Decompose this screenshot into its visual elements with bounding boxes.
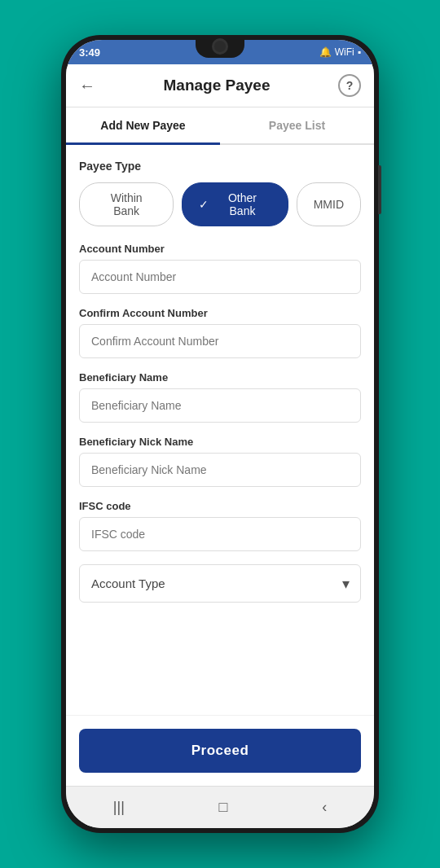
account-type-group: Account Type Savings Current Salary NRE … xyxy=(79,564,361,603)
nav-recent-icon[interactable]: ||| xyxy=(113,799,125,816)
camera-dot xyxy=(212,38,228,55)
status-icons: 🔔 WiFi ▪ xyxy=(319,46,361,58)
help-button[interactable]: ? xyxy=(338,74,361,97)
nav-back-icon[interactable]: ‹ xyxy=(322,799,327,816)
wifi-icon: WiFi xyxy=(335,46,354,58)
page-title: Manage Payee xyxy=(164,77,271,94)
payee-type-group: Payee Type Within Bank ✓ Other Bank MMID xyxy=(79,160,361,226)
status-time: 3:49 xyxy=(79,46,100,59)
check-icon: ✓ xyxy=(199,198,209,211)
account-type-select[interactable]: Account Type Savings Current Salary NRE … xyxy=(79,564,361,603)
account-number-input[interactable] xyxy=(79,260,361,294)
phone-screen: 3:49 🔔 WiFi ▪ ← Manage Payee ? Add New P… xyxy=(66,40,374,828)
tab-bar: Add New Payee Payee List xyxy=(66,107,374,145)
confirm-account-number-label: Confirm Account Number xyxy=(79,307,361,319)
confirm-account-number-group: Confirm Account Number xyxy=(79,307,361,358)
phone-frame: 3:49 🔔 WiFi ▪ ← Manage Payee ? Add New P… xyxy=(61,35,379,833)
account-type-wrapper: Account Type Savings Current Salary NRE … xyxy=(79,564,361,603)
beneficiary-nick-name-label: Beneficiary Nick Name xyxy=(79,436,361,448)
back-button[interactable]: ← xyxy=(79,77,95,95)
option-within-bank[interactable]: Within Bank xyxy=(79,182,174,226)
option-other-bank[interactable]: ✓ Other Bank xyxy=(182,182,288,226)
nav-home-icon[interactable]: □ xyxy=(219,799,228,816)
ifsc-code-input[interactable] xyxy=(79,517,361,551)
beneficiary-nick-name-group: Beneficiary Nick Name xyxy=(79,436,361,487)
battery-icon: ▪ xyxy=(358,46,361,58)
beneficiary-name-label: Beneficiary Name xyxy=(79,371,361,384)
nav-bar: ||| □ ‹ xyxy=(66,786,374,828)
proceed-button[interactable]: Proceed xyxy=(79,729,361,773)
app-header: ← Manage Payee ? xyxy=(66,64,374,107)
option-mmid[interactable]: MMID xyxy=(297,182,361,226)
account-number-label: Account Number xyxy=(79,243,361,255)
ifsc-code-label: IFSC code xyxy=(79,500,361,512)
confirm-account-number-input[interactable] xyxy=(79,324,361,358)
beneficiary-nick-name-input[interactable] xyxy=(79,453,361,487)
alarm-icon: 🔔 xyxy=(319,46,332,58)
tab-add-new-payee[interactable]: Add New Payee xyxy=(66,107,220,143)
proceed-section: Proceed xyxy=(66,715,374,786)
payee-type-options: Within Bank ✓ Other Bank MMID xyxy=(79,182,361,226)
side-button xyxy=(378,165,381,214)
ifsc-code-group: IFSC code xyxy=(79,500,361,551)
beneficiary-name-input[interactable] xyxy=(79,388,361,423)
tab-payee-list[interactable]: Payee List xyxy=(220,107,374,143)
account-number-group: Account Number xyxy=(79,243,361,294)
beneficiary-name-group: Beneficiary Name xyxy=(79,371,361,423)
main-content: Payee Type Within Bank ✓ Other Bank MMID… xyxy=(66,145,374,715)
camera-bump xyxy=(196,35,244,58)
payee-type-label: Payee Type xyxy=(79,160,361,173)
